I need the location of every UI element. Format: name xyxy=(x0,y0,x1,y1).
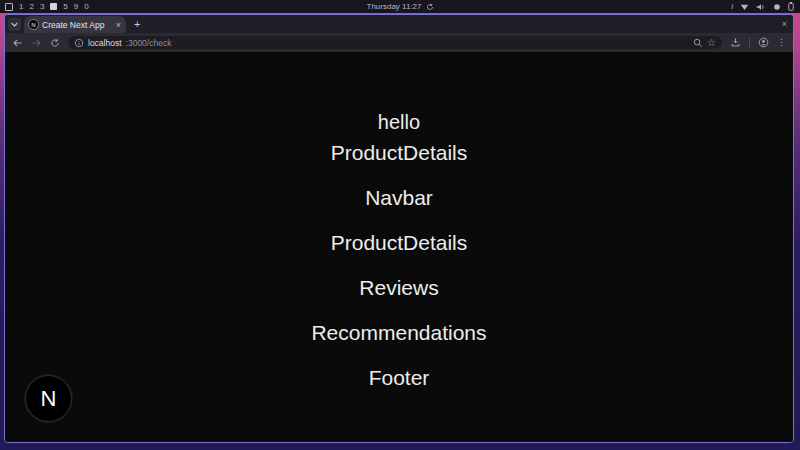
tab-title: Create Next App xyxy=(42,20,112,30)
reload-button[interactable] xyxy=(50,38,60,48)
zoom-icon[interactable] xyxy=(693,38,703,48)
downloads-button[interactable] xyxy=(730,37,741,48)
heading-hello: hello xyxy=(5,109,793,135)
forward-arrow-icon xyxy=(31,38,42,48)
heading-navbar: Navbar xyxy=(5,185,793,211)
workspace-1[interactable]: 1 xyxy=(19,0,23,13)
avatar-icon xyxy=(758,37,769,48)
browser-toolbar: localhost:3000/check ☆ ⋮ xyxy=(5,33,793,52)
battery-icon[interactable] xyxy=(788,2,794,11)
toolbar-divider xyxy=(749,38,750,48)
tab-strip: N Create Next App × + × xyxy=(5,15,793,33)
forward-button[interactable] xyxy=(31,38,42,48)
bookmark-star-icon[interactable]: ☆ xyxy=(707,38,716,48)
heading-footer: Footer xyxy=(5,365,793,391)
workspace-4-active[interactable] xyxy=(50,3,57,10)
back-arrow-icon xyxy=(12,38,23,48)
workspace-9[interactable]: 9 xyxy=(74,0,78,13)
layout-icon[interactable] xyxy=(5,3,13,11)
tab-search-button[interactable] xyxy=(8,18,21,31)
url-host: localhost xyxy=(88,38,122,48)
profile-avatar[interactable] xyxy=(758,37,769,48)
volume-icon[interactable] xyxy=(756,3,766,11)
nextjs-devtools-badge[interactable]: N xyxy=(25,375,72,422)
browser-menu-button[interactable]: ⋮ xyxy=(777,38,786,47)
heading-productdetails-2: ProductDetails xyxy=(5,230,793,256)
browser-window: N Create Next App × + × xyxy=(4,14,794,443)
clock: Thursday 11:27 xyxy=(367,2,422,11)
tab-close-button[interactable]: × xyxy=(116,20,121,30)
workspace-5[interactable]: 5 xyxy=(63,0,67,13)
back-button[interactable] xyxy=(12,38,23,48)
heading-recommendations: Recommendations xyxy=(5,320,793,346)
site-info-icon[interactable] xyxy=(74,38,84,48)
workspace-switcher: 1 2 3 5 9 0 xyxy=(0,0,89,13)
tab-create-next-app[interactable]: N Create Next App × xyxy=(24,16,126,33)
page-content: hello ProductDetails Navbar ProductDetai… xyxy=(5,52,793,443)
nextjs-favicon-icon: N xyxy=(29,20,38,29)
wifi-icon[interactable] xyxy=(740,3,749,11)
window-close-button[interactable]: × xyxy=(782,15,787,33)
workspace-0[interactable]: 0 xyxy=(84,0,88,13)
new-tab-button[interactable]: + xyxy=(134,15,140,33)
url-path: :3000/check xyxy=(126,38,172,48)
downloads-icon xyxy=(730,37,741,48)
heading-productdetails-1: ProductDetails xyxy=(5,140,793,166)
taskbar-center: Thursday 11:27 xyxy=(0,2,800,11)
settings-dot-icon[interactable] xyxy=(773,3,781,11)
workspace-2[interactable]: 2 xyxy=(29,0,33,13)
taskbar-status-icons: i xyxy=(731,2,800,11)
workspace-3[interactable]: 3 xyxy=(40,0,44,13)
refresh-icon[interactable] xyxy=(426,3,434,11)
chevron-down-icon xyxy=(11,22,18,27)
system-taskbar: 1 2 3 5 9 0 Thursday 11:27 i xyxy=(0,0,800,13)
heading-reviews: Reviews xyxy=(5,275,793,301)
input-indicator[interactable]: i xyxy=(731,2,733,11)
reload-icon xyxy=(50,38,60,48)
address-bar[interactable]: localhost:3000/check ☆ xyxy=(68,36,722,49)
